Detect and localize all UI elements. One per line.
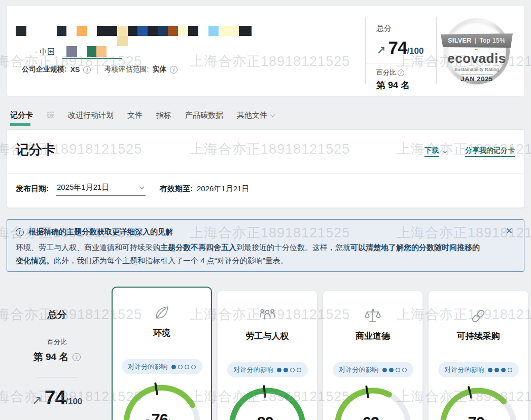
trend-up-icon: ↗	[376, 44, 385, 57]
company-header-card: - 中国 公司企业规模: XS i | 考核评估范围: 实体 i 总分 ↗ 74…	[7, 5, 524, 96]
score-gauge: ↗ 76 /100	[119, 377, 205, 420]
trend-up-icon: ↗	[142, 416, 150, 420]
info-icon[interactable]: i	[170, 66, 178, 74]
page-title: 记分卡	[16, 141, 55, 159]
link-icon	[469, 306, 488, 326]
impact-dots	[277, 368, 301, 372]
chevron-down-icon	[270, 112, 275, 117]
banner-body: 环境、劳工与人权、商业道德和可持续采购主题分数不再四舍五入到最接近的十分位数。这…	[16, 241, 485, 267]
divider	[366, 63, 437, 63]
impact-badge: 对评分的影响	[438, 362, 519, 377]
trend-up-icon: ↗	[32, 393, 42, 407]
chevron-down-icon	[443, 148, 448, 153]
theme-score-value: 62	[363, 414, 379, 420]
info-icon[interactable]: i	[83, 66, 91, 74]
theme-card-environment[interactable]: 环境 对评分的影响 ↗ 76 /100	[112, 287, 212, 420]
impact-dots	[382, 368, 407, 372]
company-scale-value: XS	[70, 65, 80, 74]
medal-subtitle: Sustainability Rating	[444, 67, 510, 72]
impact-dots	[171, 365, 196, 369]
theme-title: 劳工与人权	[246, 330, 289, 342]
theme-score-value: 89	[257, 414, 273, 420]
chevron-down-icon	[139, 184, 145, 189]
info-banner: i 根据精确的主题分数获取更详细深入的见解 ✕ 环境、劳工与人权、商业道德和可持…	[7, 219, 524, 272]
percentile-label: 百分比	[376, 68, 396, 77]
publish-date-select[interactable]: 2025年1月21日	[56, 182, 146, 196]
total-score-panel: 总分 ↗ 74 /100 百分比 i 第 94 名	[365, 17, 437, 84]
people-icon	[257, 306, 277, 326]
tab-scorecard[interactable]: 记分卡	[10, 111, 33, 120]
main-tabs: 记分卡 碳 改进行动计划 文件 指标 产品碳数据 其他文件	[10, 111, 274, 120]
close-icon[interactable]: ✕	[506, 226, 513, 236]
valid-until-label: 有效期至:	[160, 184, 193, 194]
company-meta: 公司企业规模: XS i | 考核评估范围: 实体 i	[22, 65, 178, 74]
theme-title: 环境	[153, 327, 170, 339]
active-tab-indicator	[10, 123, 30, 126]
company-scale-label: 公司企业规模:	[22, 65, 67, 74]
theme-title: 可持续采购	[457, 330, 500, 342]
info-icon: i	[16, 228, 24, 236]
theme-card-sustainable-procurement[interactable]: 可持续采购 对评分的影响 ↗ 70 /100	[428, 290, 528, 420]
theme-score-value: 70	[468, 414, 484, 420]
divider	[461, 74, 493, 75]
tab-improvement-plan[interactable]: 改进行动计划	[68, 111, 114, 120]
total-score-value: 74	[388, 38, 407, 58]
tab-indicators[interactable]: 指标	[156, 111, 171, 120]
scales-icon	[363, 306, 383, 326]
divider	[37, 377, 78, 377]
divider: |	[96, 65, 98, 74]
impact-dots	[488, 368, 512, 372]
summary-total-label: 总分	[10, 308, 104, 322]
score-gauge: ↗ 70 /100	[435, 380, 521, 420]
medal-date: JAN 2025	[444, 75, 510, 83]
info-icon[interactable]: i	[398, 69, 404, 76]
leaf-icon	[152, 303, 171, 323]
ecovadis-green-mark: ˇ	[475, 49, 477, 56]
valid-until-value: 2026年1月21日	[197, 184, 249, 194]
tab-documents[interactable]: 文件	[127, 111, 143, 120]
summary-percentile-value: 第 94 名	[33, 351, 69, 364]
impact-badge: 对评分的影响	[333, 362, 413, 377]
share-scorecard-link[interactable]: 分享我的记分卡	[465, 146, 515, 157]
impact-badge: 对评分的影响	[227, 362, 308, 377]
tab-product-carbon-data[interactable]: 产品碳数据	[185, 111, 223, 120]
divider	[7, 173, 524, 173]
medal-top-percent: Top 15%	[479, 37, 505, 44]
medal-tier: SILVER	[448, 37, 472, 44]
total-score-denominator: /100	[407, 46, 423, 56]
info-icon[interactable]: i	[73, 353, 81, 361]
summary-score-value: 74	[45, 387, 65, 409]
download-button[interactable]: 下载	[424, 146, 447, 157]
impact-badge: 对评分的影响	[122, 359, 202, 374]
scorecard-panel: 记分卡 下载 分享我的记分卡 发布日期: 2025年1月21日 有效期至: 20…	[7, 129, 524, 208]
publish-date-label: 发布日期:	[16, 184, 49, 194]
score-gauge: ↗ 89 /100	[224, 380, 310, 420]
banner-title: 根据精确的主题分数获取更详细深入的见解	[28, 227, 173, 237]
theme-title: 商业道德	[356, 330, 390, 342]
score-gauge: ↗ 62 /100	[330, 380, 416, 420]
summary-percentile-label: 百分比	[10, 337, 104, 346]
total-score-summary: 总分 百分比 第 94 名 i ↗ 74 /100	[10, 284, 104, 409]
total-score-label: 总分	[376, 24, 436, 33]
theme-card-business-ethics[interactable]: 商业道德 对评分的影响 ↗ 62 /100	[323, 290, 423, 420]
percentile-value: 第 94 名	[376, 79, 436, 91]
scope-label: 考核评估范围:	[104, 65, 149, 74]
tab-carbon[interactable]: 碳	[47, 111, 54, 120]
company-country: - 中国	[35, 47, 55, 57]
theme-card-labor-human-rights[interactable]: 劳工与人权 对评分的影响 ↗ 89 /100	[217, 290, 317, 420]
scope-value: 实体	[152, 65, 166, 74]
tab-other-files[interactable]: 其他文件	[237, 111, 274, 120]
medal-ribbon: SILVER | Top 15%	[441, 33, 513, 48]
theme-score-value: 76	[152, 411, 168, 420]
summary-score-denominator: /100	[65, 397, 82, 407]
ecovadis-medal: SILVER | Top 15% ecovadis ˇ Sustainabili…	[444, 18, 510, 84]
